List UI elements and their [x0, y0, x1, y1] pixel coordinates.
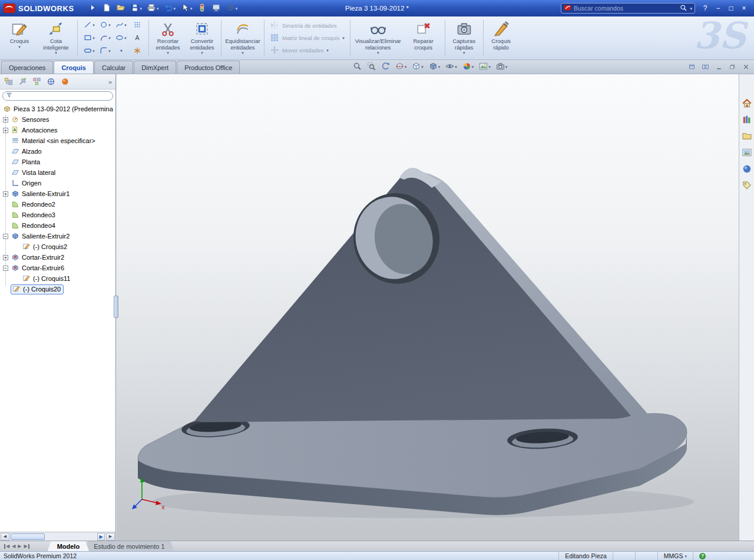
dropdown-arrow-icon[interactable]: ▾ — [505, 65, 508, 69]
restore-button[interactable] — [726, 62, 738, 72]
doc-split-button[interactable] — [699, 62, 711, 72]
rebuild-button[interactable] — [196, 2, 209, 15]
hide-show-items-button[interactable]: ▾ — [444, 61, 458, 72]
tree-item[interactable]: Redondeo4 — [0, 220, 115, 231]
tree-item[interactable]: (-) Croquis2 — [0, 241, 115, 252]
resources-home-button[interactable] — [740, 97, 753, 109]
first-tab-button[interactable]: ◀ — [4, 544, 9, 549]
undo-button[interactable]: ▾ — [162, 2, 178, 15]
scroll-thumb[interactable] — [11, 534, 45, 540]
mover-entidades-button[interactable]: Mover entidades ▾ — [270, 45, 345, 57]
next-tab-button[interactable]: ▶ — [18, 544, 21, 549]
spline-tool-button[interactable]: ▾ — [113, 19, 129, 32]
scroll-left-button[interactable]: ◀ — [1, 533, 9, 541]
arc-tool-button[interactable]: ▾ — [97, 32, 113, 45]
tree-expand-toggle[interactable]: − — [3, 234, 8, 239]
linear-pattern-tool-button[interactable] — [129, 19, 145, 32]
dropdown-arrow-icon[interactable]: ▾ — [236, 6, 238, 11]
reparar-croquis-button[interactable]: Reparar croquis — [404, 18, 443, 58]
tree-expand-toggle[interactable]: + — [3, 117, 8, 122]
dropdown-arrow-icon[interactable]: ▾ — [167, 51, 169, 55]
capturas-rapidas-button[interactable]: Capturas rápidas ▾ — [447, 18, 481, 58]
dropdown-arrow-icon[interactable]: ▾ — [684, 554, 687, 558]
tab-operaciones[interactable]: Operaciones — [1, 61, 53, 74]
search-dropdown-icon[interactable]: ▾ — [690, 6, 692, 11]
tree-item[interactable]: (-) Croquis20 — [0, 284, 115, 294]
display-settings-button[interactable] — [210, 2, 223, 15]
matriz-lineal-button[interactable]: Matriz lineal de croquis ▾ — [270, 32, 345, 44]
text-tool-button[interactable]: A — [129, 32, 145, 45]
dropdown-arrow-icon[interactable]: ▾ — [157, 6, 159, 11]
tree-item[interactable]: (-) Croquis11 — [0, 273, 115, 284]
tree-item[interactable]: Origen — [0, 178, 115, 188]
dropdown-arrow-icon[interactable]: ▾ — [108, 49, 111, 53]
dropdown-arrow-icon[interactable]: ▾ — [108, 36, 111, 40]
design-library-button[interactable] — [740, 113, 753, 125]
zoom-fit-button[interactable] — [352, 61, 363, 72]
dropdown-arrow-icon[interactable]: ▾ — [18, 45, 21, 49]
tree-item-root[interactable]: Pieza 3 13-09-2012 (Predetermina — [0, 104, 115, 114]
dropdown-arrow-icon[interactable]: ▾ — [377, 51, 379, 55]
print-button[interactable]: ▾ — [145, 2, 161, 15]
dropdown-arrow-icon[interactable]: ▾ — [55, 51, 57, 55]
search-input[interactable] — [574, 5, 677, 12]
croquis-rapido-button[interactable]: Croquis rápido — [485, 18, 517, 58]
edit-appearance-button[interactable]: ▾ — [461, 61, 475, 72]
tab-dimxpert[interactable]: DimXpert — [134, 61, 176, 74]
custom-properties-button[interactable] — [740, 179, 753, 191]
tab-productos-office[interactable]: Productos Office — [177, 61, 240, 74]
tree-item[interactable]: Planta — [0, 157, 115, 167]
tree-item[interactable]: +AAnotaciones — [0, 125, 115, 135]
dropdown-arrow-icon[interactable]: ▾ — [488, 65, 491, 69]
dropdown-arrow-icon[interactable]: ▾ — [242, 51, 244, 55]
prev-tab-button[interactable]: ◀ — [12, 544, 15, 549]
tree-expand-toggle[interactable]: + — [3, 191, 8, 197]
view-orientation-button[interactable]: ▾ — [411, 61, 425, 72]
ellipse-tool-button[interactable]: ▾ — [113, 32, 129, 45]
scroll-right-button[interactable]: ▶ — [106, 533, 115, 541]
options-button[interactable]: ▾ — [224, 2, 240, 15]
dropdown-arrow-icon[interactable]: ▾ — [140, 6, 143, 11]
tree-filter-input[interactable] — [2, 91, 113, 101]
units-dropdown[interactable]: MMGS ▾ — [657, 552, 693, 560]
model-canvas[interactable]: X — [117, 74, 739, 541]
menu-expand-button[interactable] — [86, 2, 99, 15]
tree-expand-toggle[interactable]: + — [3, 255, 8, 260]
dropdown-arrow-icon[interactable]: ▾ — [455, 65, 457, 69]
convertir-entidades-button[interactable]: Convertir entidades ▾ — [185, 18, 219, 58]
slot-tool-button[interactable]: ▾ — [81, 45, 97, 58]
save-button[interactable]: ▾ — [128, 2, 144, 15]
dropdown-arrow-icon[interactable]: ▾ — [342, 36, 345, 40]
panel-splitter[interactable] — [114, 296, 118, 318]
dropdown-arrow-icon[interactable]: ▾ — [92, 36, 95, 40]
tree-item[interactable]: Redondeo2 — [0, 199, 115, 210]
help-icon[interactable]: ? — [699, 553, 706, 559]
dimxpertmanager-tab[interactable] — [46, 77, 56, 87]
tree-item[interactable]: Alzado — [0, 146, 115, 157]
last-tab-button[interactable]: ▶ — [24, 544, 29, 549]
line-tool-button[interactable]: ▾ — [81, 19, 97, 32]
minimize-button[interactable]: − — [712, 2, 725, 14]
new-document-button[interactable] — [100, 2, 113, 15]
command-search[interactable]: ▾ — [561, 3, 695, 14]
dropdown-arrow-icon[interactable]: ▾ — [190, 6, 193, 11]
minimize-button[interactable] — [713, 62, 725, 72]
featuremanager-tab[interactable] — [4, 77, 14, 87]
apply-scene-button[interactable]: ▾ — [478, 61, 492, 72]
display-style-button[interactable]: ▾ — [428, 61, 442, 72]
close-button[interactable]: × — [738, 2, 750, 14]
tab-croquis[interactable]: Croquis — [54, 61, 94, 74]
tree-item[interactable]: +Saliente-Extruir1 — [0, 188, 115, 199]
tab-calcular[interactable]: Calcular — [94, 61, 133, 74]
asterisk-tool-button[interactable] — [129, 45, 145, 58]
dropdown-arrow-icon[interactable]: ▾ — [92, 49, 95, 53]
maximize-button[interactable]: □ — [725, 2, 738, 14]
cota-inteligente-button[interactable]: Cota inteligente ▾ — [37, 18, 75, 58]
select-arrow-button[interactable]: ▾ — [178, 2, 194, 15]
tree-expand-toggle[interactable]: − — [3, 266, 8, 271]
close-button[interactable] — [740, 62, 752, 72]
dropdown-arrow-icon[interactable]: ▾ — [174, 6, 176, 11]
file-explorer-button[interactable] — [740, 130, 753, 142]
dropdown-arrow-icon[interactable]: ▾ — [405, 65, 407, 69]
doc-restore-button[interactable] — [686, 62, 697, 72]
